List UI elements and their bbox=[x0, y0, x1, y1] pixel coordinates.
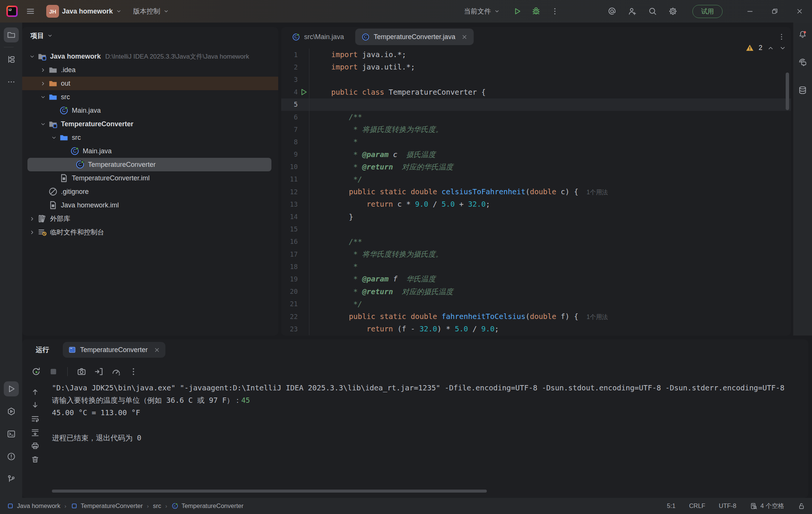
gutter bbox=[298, 236, 309, 248]
debug-button[interactable] bbox=[532, 7, 541, 16]
ai-mention-button[interactable] bbox=[607, 7, 617, 16]
tree-item-temperatureconverter[interactable]: TemperatureConverter bbox=[22, 117, 278, 131]
code-editor[interactable]: 1import java.io.*;2import java.util.*;34… bbox=[281, 48, 791, 336]
gutter bbox=[298, 198, 309, 210]
line-number: 22 bbox=[281, 313, 298, 320]
tree-item-path: D:\IntelliJ IDEA 2025.3.3\Java文件\Java ho… bbox=[105, 52, 249, 61]
tree-item-main-java[interactable]: CMain.java bbox=[22, 104, 278, 117]
soft-wrap-button[interactable] bbox=[31, 414, 39, 423]
tree-item-临时文件和控制台[interactable]: 临时文件和控制台 bbox=[22, 225, 278, 239]
attach-debugger-button[interactable] bbox=[94, 367, 104, 376]
tree-chevron-icon[interactable] bbox=[49, 133, 58, 142]
close-button[interactable] bbox=[787, 0, 812, 23]
scroll-to-end-button[interactable] bbox=[31, 428, 39, 437]
gutter bbox=[298, 98, 309, 111]
editor-options-button[interactable] bbox=[777, 33, 786, 41]
code-text: public class TemperatureConverter { bbox=[309, 88, 486, 97]
vcs-widget[interactable]: 版本控制 bbox=[130, 5, 172, 18]
tree-chevron-icon[interactable] bbox=[27, 214, 36, 223]
minimize-button[interactable] bbox=[738, 0, 762, 23]
clear-all-button[interactable] bbox=[31, 455, 39, 464]
line-number: 15 bbox=[281, 225, 298, 233]
run-configuration-selector[interactable]: 当前文件 bbox=[461, 5, 503, 18]
breadcrumb-item-src[interactable]: src bbox=[153, 502, 161, 509]
file-encoding[interactable]: UTF-8 bbox=[719, 502, 736, 509]
tree-item-temperatureconverter-iml[interactable]: TemperatureConverter.iml bbox=[22, 171, 278, 185]
tool-services-button[interactable] bbox=[4, 404, 19, 419]
tool-run-button[interactable] bbox=[4, 381, 19, 396]
run-tool-window: 运行 TemperatureConverter "D:\Java JDK25\b… bbox=[22, 339, 808, 498]
tree-chevron-icon[interactable] bbox=[38, 65, 47, 74]
more-run-options-button[interactable] bbox=[550, 7, 559, 16]
tree-chevron-icon[interactable] bbox=[27, 52, 36, 61]
module-sq-icon bbox=[71, 502, 78, 509]
breadcrumb-item-java-homework[interactable]: Java homework bbox=[7, 502, 61, 509]
line-number: 12 bbox=[281, 188, 298, 196]
prev-occurrence-button[interactable] bbox=[31, 387, 39, 396]
tool-ai-assistant-button[interactable] bbox=[795, 55, 810, 70]
editor-tab-src-main-java[interactable]: Csrc\Main.java bbox=[286, 29, 350, 45]
console-scrollbar[interactable] bbox=[52, 490, 487, 493]
tool-project-button[interactable] bbox=[4, 27, 19, 42]
search-everywhere-button[interactable] bbox=[648, 7, 657, 16]
tool-git-button[interactable] bbox=[4, 472, 19, 487]
tree-item-src[interactable]: src bbox=[22, 90, 278, 104]
main-menu-button[interactable] bbox=[23, 5, 38, 18]
tool-problems-button[interactable] bbox=[4, 449, 19, 464]
trial-badge[interactable]: 试用 bbox=[692, 5, 723, 18]
tree-chevron-icon[interactable] bbox=[38, 79, 47, 88]
code-with-me-button[interactable] bbox=[628, 7, 637, 16]
close-tab-icon[interactable] bbox=[461, 34, 468, 40]
editor-scrollbar[interactable] bbox=[786, 73, 789, 110]
gutter bbox=[298, 286, 309, 298]
run-tab[interactable]: TemperatureConverter bbox=[63, 342, 165, 358]
thread-dump-button[interactable] bbox=[77, 367, 86, 376]
console-output[interactable]: "D:\Java JDK25\bin\java.exe" "-javaagent… bbox=[52, 382, 805, 483]
print-button[interactable] bbox=[31, 441, 39, 450]
breadcrumb-item-temperatureconverter[interactable]: TemperatureConverter bbox=[71, 502, 143, 509]
tree-item-java-homework[interactable]: Java homeworkD:\IntelliJ IDEA 2025.3.3\J… bbox=[22, 50, 278, 63]
tool-terminal-button[interactable] bbox=[4, 426, 19, 441]
indent-setting[interactable]: 4 个空格 bbox=[750, 502, 784, 510]
breadcrumb-item-temperatureconverter[interactable]: CTemperatureConverter bbox=[171, 502, 244, 509]
run-button[interactable] bbox=[513, 7, 522, 16]
tree-item-idea[interactable]: .idea bbox=[22, 63, 278, 77]
caret-position[interactable]: 5:1 bbox=[667, 502, 676, 509]
project-panel-header[interactable]: 项目 bbox=[22, 27, 278, 44]
settings-button[interactable] bbox=[668, 7, 677, 16]
line-ending[interactable]: CRLF bbox=[689, 502, 705, 509]
tool-notifications-button[interactable] bbox=[795, 27, 810, 42]
tree-item-java-homework-iml[interactable]: Java homework.iml bbox=[22, 198, 278, 212]
readonly-toggle[interactable] bbox=[798, 502, 805, 510]
tool-structure-button[interactable] bbox=[4, 52, 19, 67]
tree-item-外部库[interactable]: 外部库 bbox=[22, 212, 278, 225]
tool-more-tools-button[interactable] bbox=[4, 74, 19, 89]
more-options-button[interactable] bbox=[129, 367, 138, 376]
restore-button[interactable] bbox=[762, 0, 787, 23]
project-widget[interactable]: JH Java homework bbox=[43, 3, 125, 20]
code-line: 13 return c * 9.0 / 5.0 + 32.0; bbox=[281, 198, 791, 210]
project-avatar: JH bbox=[46, 5, 59, 18]
tree-chevron-icon[interactable] bbox=[38, 119, 47, 128]
tool-database-button[interactable] bbox=[795, 83, 810, 98]
run-line-icon[interactable] bbox=[300, 88, 308, 96]
rerun-button[interactable] bbox=[31, 367, 41, 376]
tree-item-gitignore[interactable]: .gitignore bbox=[22, 185, 278, 198]
editor-tab-temperatureconverter-java[interactable]: CTemperatureConverter.java bbox=[355, 29, 474, 45]
tree-item-out[interactable]: out bbox=[22, 77, 278, 90]
tree-chevron-icon[interactable] bbox=[27, 228, 36, 237]
tree-chevron-icon[interactable] bbox=[38, 92, 47, 101]
tw-problems-icon bbox=[7, 452, 16, 461]
tree-item-temperatureconverter[interactable]: CTemperatureConverter bbox=[27, 158, 271, 171]
code-line: 21 */ bbox=[281, 298, 791, 310]
code-text: * 将华氏度转换为摄氏度。 bbox=[309, 249, 443, 259]
stop-button[interactable] bbox=[48, 367, 58, 376]
profiler-button[interactable] bbox=[111, 367, 121, 376]
close-run-tab-icon[interactable] bbox=[154, 347, 160, 353]
next-occurrence-button[interactable] bbox=[31, 401, 39, 410]
gutter bbox=[298, 161, 309, 173]
intellij-logo[interactable]: IJ bbox=[6, 6, 18, 17]
tree-item-src[interactable]: src bbox=[22, 131, 278, 144]
line-number: 13 bbox=[281, 201, 298, 208]
tree-item-main-java[interactable]: CMain.java bbox=[22, 144, 278, 158]
